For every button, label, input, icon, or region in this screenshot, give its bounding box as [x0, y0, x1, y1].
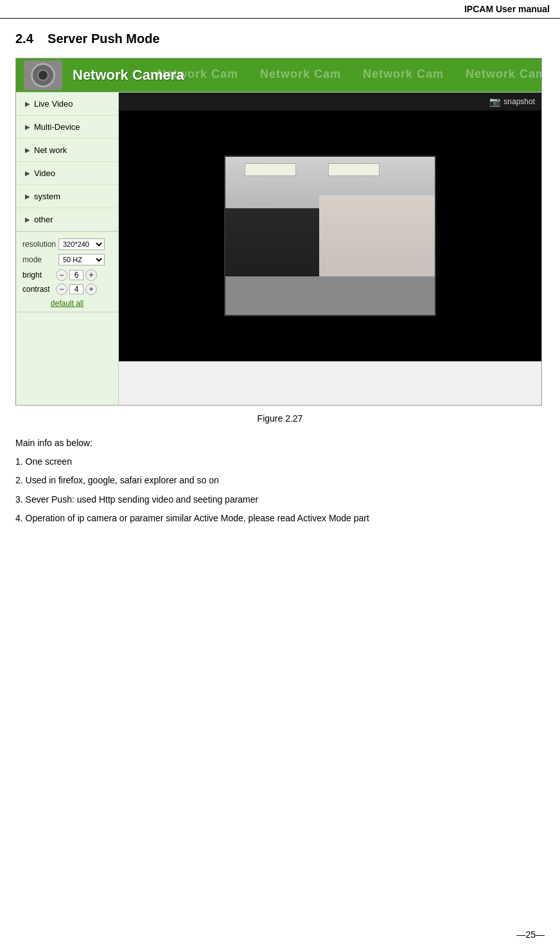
sidebar-label-other: other — [34, 215, 53, 224]
figure-caption: Figure 2.27 — [15, 413, 545, 424]
info-item-1: 1. One screen — [15, 454, 545, 470]
camera-ui: Network Camera Network Cam Network Cam N… — [15, 58, 542, 406]
camera-lens-inner — [37, 69, 49, 81]
ceiling-light-1 — [245, 163, 296, 176]
watermark-1: Network Cam — [157, 67, 238, 81]
sidebar-item-live-video[interactable]: ▶ Live Video — [16, 93, 118, 116]
mode-select[interactable]: 50 HZ 60 HZ — [58, 254, 105, 265]
sidebar-item-video[interactable]: ▶ Video — [16, 162, 118, 185]
info-item-4: 4. Operation of ip camera or paramer sim… — [15, 510, 545, 526]
resolution-label: resolution — [22, 240, 56, 249]
arrow-icon-6: ▶ — [25, 216, 30, 223]
watermark-2: Network Cam — [260, 67, 341, 81]
bright-increase-button[interactable]: + — [85, 269, 97, 281]
room-floor — [225, 276, 435, 315]
camera-video-area: 📷 snapshot — [119, 93, 541, 405]
manual-title: IPCAM User manual — [464, 4, 550, 14]
sidebar-item-system[interactable]: ▶ system — [16, 185, 118, 208]
bright-value: 6 — [69, 270, 83, 280]
camera-logo — [24, 60, 62, 90]
info-item-2: 2. Used in firefox, google, safari explo… — [15, 472, 545, 488]
arrow-icon-5: ▶ — [25, 193, 30, 200]
camera-header-bar: Network Camera Network Cam Network Cam N… — [16, 58, 541, 92]
sidebar-label-multi-device: Multi-Device — [34, 122, 80, 132]
contrast-increase-button[interactable]: + — [85, 283, 97, 295]
section-title: Server Push Mode — [48, 31, 160, 46]
camera-snapshot-icon: 📷 — [489, 96, 500, 107]
info-item-3: 3. Sever Push: used Http sending video a… — [15, 492, 545, 508]
info-heading: Main info as below: — [15, 435, 545, 451]
video-frame — [224, 156, 436, 316]
resolution-row: resolution 320*240 640*480 — [22, 238, 112, 250]
sidebar-menu: ▶ Live Video ▶ Multi-Device ▶ Net work ▶… — [16, 93, 118, 232]
snapshot-label: snapshot — [503, 97, 535, 106]
watermark-3: Network Cam — [363, 67, 444, 81]
page-content: 2.4 Server Push Mode Network Camera Netw… — [0, 19, 560, 555]
camera-sidebar: ▶ Live Video ▶ Multi-Device ▶ Net work ▶… — [16, 93, 119, 405]
sidebar-item-multi-device[interactable]: ▶ Multi-Device — [16, 116, 118, 139]
contrast-row: contrast − 4 + — [22, 283, 112, 295]
arrow-icon-3: ▶ — [25, 147, 30, 154]
page-number: —25— — [516, 929, 545, 940]
camera-body: ▶ Live Video ▶ Multi-Device ▶ Net work ▶… — [16, 92, 541, 405]
sidebar-label-video: Video — [34, 168, 55, 178]
snapshot-button[interactable]: 📷 snapshot — [489, 96, 535, 107]
sidebar-label-network: Net work — [34, 145, 67, 155]
mode-row: mode 50 HZ 60 HZ — [22, 254, 112, 265]
sidebar-settings: resolution 320*240 640*480 mode 50 HZ 60… — [16, 232, 118, 312]
sidebar-label-system: system — [34, 192, 60, 201]
page-header: IPCAM User manual — [0, 0, 560, 19]
mode-label: mode — [22, 255, 56, 264]
info-section: Main info as below: 1. One screen 2. Use… — [15, 435, 545, 526]
sidebar-label-live-video: Live Video — [34, 99, 73, 109]
video-top-bar: 📷 snapshot — [119, 93, 541, 111]
section-heading: 2.4 Server Push Mode — [15, 31, 545, 46]
sidebar-item-network[interactable]: ▶ Net work — [16, 139, 118, 162]
arrow-icon-2: ▶ — [25, 123, 30, 130]
contrast-value: 4 — [69, 284, 83, 294]
camera-lens-outer — [31, 63, 55, 87]
contrast-label: contrast — [22, 285, 56, 294]
section-number: 2.4 — [15, 31, 33, 46]
watermark-4: Network Cam — [466, 67, 541, 81]
arrow-icon-1: ▶ — [25, 100, 30, 107]
page-footer: —25— — [516, 929, 545, 940]
bright-decrease-button[interactable]: − — [56, 269, 67, 281]
arrow-icon-4: ▶ — [25, 170, 30, 177]
bright-row: bright − 6 + — [22, 269, 112, 281]
ceiling-light-2 — [328, 163, 380, 176]
camera-bottom-bar — [119, 361, 541, 405]
video-main — [119, 111, 541, 361]
default-all-button[interactable]: default all — [22, 299, 112, 308]
resolution-select[interactable]: 320*240 640*480 — [58, 238, 105, 250]
bright-label: bright — [22, 271, 56, 280]
contrast-decrease-button[interactable]: − — [56, 283, 67, 295]
sidebar-item-other[interactable]: ▶ other — [16, 208, 118, 231]
